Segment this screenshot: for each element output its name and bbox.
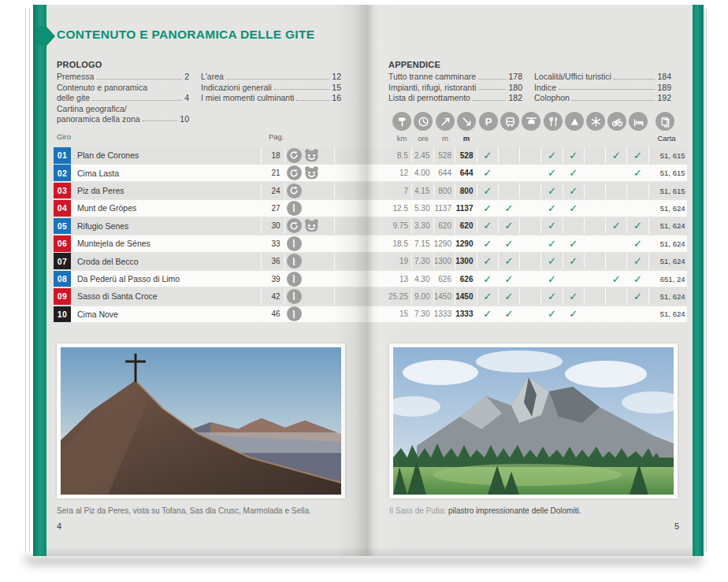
- toc-page-number: 12: [332, 72, 341, 81]
- check-bike: [606, 306, 627, 323]
- descent-value: 626: [455, 271, 477, 287]
- check-bus: [499, 147, 520, 164]
- check-icon: ✓: [548, 150, 556, 161]
- dot-leader: [559, 89, 655, 90]
- loop-icon: [287, 183, 302, 198]
- tour-type-icons: [285, 271, 335, 287]
- toc-label: delle gite: [57, 93, 90, 102]
- descent-value: 1300: [455, 253, 477, 269]
- ascent-value: 1137: [434, 200, 456, 217]
- ore-label: ore: [411, 134, 435, 143]
- peak-icon: [565, 112, 584, 131]
- loop-icon: [287, 165, 302, 180]
- route-icon: [287, 254, 302, 269]
- route-icon: [287, 201, 302, 216]
- toc-label: Contenuto e panoramica: [57, 83, 147, 92]
- check-snowflake: [585, 235, 606, 252]
- toc-page-number: 16: [332, 93, 341, 102]
- ascent-m-label: m: [433, 134, 457, 143]
- check-bike: [606, 183, 627, 199]
- tour-number: 04: [54, 200, 71, 217]
- toc-page-number: 178: [508, 72, 522, 81]
- check-icon: ✓: [483, 202, 492, 214]
- carta-value: 51, 624: [649, 235, 687, 252]
- check-icon: ✓: [504, 273, 513, 285]
- ore-value: 2.45: [412, 147, 434, 164]
- clock-icon: [414, 112, 433, 131]
- toc-item: Premessa2: [57, 71, 189, 81]
- route-icon: [287, 306, 302, 321]
- route-icon: [287, 236, 302, 251]
- table-row: 07 Croda del Becco 36 19 7.30 1300 1300 …: [54, 253, 687, 269]
- toc-item: Impianti, rifugi, ristoranti180: [388, 81, 522, 91]
- gutter-cell: [335, 271, 391, 287]
- check-bus: ✓: [499, 200, 520, 217]
- check-cablecar: [520, 183, 541, 199]
- km-value: 9.75: [391, 218, 413, 235]
- route-icon: [287, 272, 302, 287]
- check-icon: ✓: [483, 291, 492, 302]
- tour-name: Da Pederü al Passo di Limo: [71, 271, 262, 287]
- toc-label: Indice: [534, 83, 556, 92]
- tour-type-icons: [285, 288, 335, 305]
- check-icon: ✓: [548, 308, 556, 320]
- cablecar-icon: [522, 112, 540, 131]
- check-peak: ✓: [563, 235, 585, 252]
- ore-value: 7.30: [412, 306, 434, 323]
- km-value: 19: [391, 253, 413, 269]
- page-stack-left: [22, 8, 33, 553]
- check-icon: ✓: [633, 273, 642, 285]
- ascent-icon: [436, 112, 455, 131]
- check-parking: ✓: [477, 306, 499, 323]
- tour-type-icons: [285, 183, 335, 199]
- km-label: km: [390, 134, 414, 143]
- check-restaurant: ✓: [541, 306, 563, 323]
- tour-name: Muntejela de Sénes: [71, 235, 262, 252]
- toc-item: L'area12: [201, 71, 341, 81]
- check-parking: ✓: [477, 271, 499, 287]
- check-bike: ✓: [606, 147, 627, 164]
- toc-label: I miei momenti culminanti: [201, 93, 294, 102]
- cover-edge-right: [693, 5, 704, 556]
- check-bus: [499, 165, 520, 181]
- check-cablecar: [520, 306, 541, 323]
- tour-type-icons: [285, 200, 335, 217]
- tour-page: 33: [262, 235, 285, 252]
- toc-item: Lista di pernottamento182: [388, 92, 522, 102]
- dot-leader: [473, 100, 507, 101]
- check-icon: ✓: [612, 220, 621, 232]
- dot-leader: [143, 120, 178, 121]
- descent-value: 644: [455, 165, 477, 181]
- toc-page-number: 180: [508, 83, 522, 92]
- toc-page-number: 182: [508, 93, 522, 102]
- tour-type-icons: [285, 147, 335, 164]
- ascent-value: 1450: [434, 288, 456, 305]
- dot-leader: [296, 100, 329, 101]
- check-icon: ✓: [483, 220, 492, 232]
- giro-column-label: Giro: [57, 132, 71, 141]
- check-bike: [606, 253, 627, 269]
- toc-page-number: 4: [184, 93, 189, 102]
- check-icon: ✓: [548, 238, 556, 250]
- check-peak: [563, 271, 585, 287]
- ore-value: 4.00: [412, 165, 434, 181]
- carta-value: 51, 615: [649, 165, 687, 181]
- check-bus: [499, 183, 520, 199]
- km-value: 7: [391, 183, 413, 199]
- dot-leader: [478, 89, 506, 90]
- check-bike: [606, 235, 627, 252]
- check-icon: ✓: [548, 255, 556, 267]
- check-peak: ✓: [563, 200, 585, 217]
- dot-leader: [92, 100, 182, 101]
- ascent-value: 620: [434, 218, 456, 235]
- carta-value: 51, 624: [649, 253, 687, 269]
- tour-number: 08: [54, 271, 71, 287]
- page-number-left: 4: [57, 521, 61, 531]
- toc-item: Indice189: [534, 81, 671, 91]
- tour-page: 46: [262, 306, 285, 323]
- check-bike: ✓: [606, 218, 627, 235]
- descent-value: 1137: [455, 200, 477, 217]
- check-icon: ✓: [483, 150, 492, 161]
- cover-edge-left: [33, 5, 46, 556]
- check-icon: ✓: [633, 220, 642, 232]
